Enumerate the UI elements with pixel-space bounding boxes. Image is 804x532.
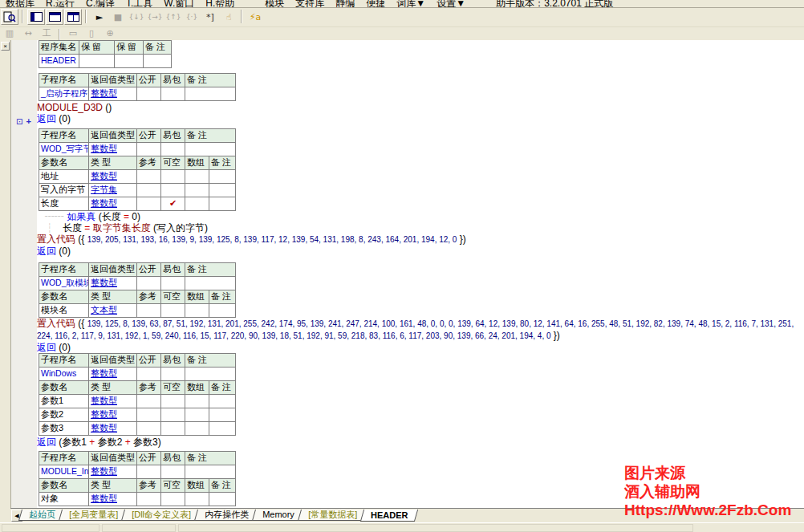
table-cell[interactable] [161, 422, 185, 436]
run-button[interactable]: ► [91, 9, 108, 25]
table-cell[interactable] [185, 184, 209, 197]
menu-item[interactable]: 便捷 [360, 0, 391, 8]
table-cell[interactable]: 对象 [39, 493, 89, 506]
table-cell[interactable]: 整数型 [89, 87, 137, 101]
table-cell[interactable]: 参数3 [39, 422, 89, 436]
code-line[interactable]: 置入代码 ({ 139, 205, 131, 193, 16, 139, 9, … [37, 234, 802, 246]
code-editor[interactable]: ⊡+ 程序集名保 留保 留备 注HEADER子程序名返回值类型公开易包备 注_启… [11, 40, 804, 508]
table-cell[interactable] [185, 277, 236, 290]
table-cell[interactable] [209, 184, 236, 197]
table-cell[interactable] [161, 143, 185, 156]
table-cell[interactable]: 整数型 [89, 422, 137, 436]
menu-item[interactable]: 数据库 [0, 0, 40, 8]
table-cell[interactable]: 参数1 [39, 395, 89, 408]
table-cell[interactable] [161, 465, 185, 479]
tab-Memory[interactable]: Memory [252, 510, 305, 521]
code-line[interactable]: 返回 (0) [37, 113, 802, 124]
table-cell[interactable]: 整数型 [89, 493, 137, 506]
table-cell[interactable]: 整数型 [89, 395, 137, 408]
table-cell[interactable] [161, 277, 185, 290]
table-cell[interactable] [79, 55, 115, 68]
menu-item[interactable]: W.窗口 [158, 0, 200, 8]
table-cell[interactable]: HEADER [39, 55, 79, 68]
menu-item[interactable]: C.编译 [80, 0, 120, 8]
pause-hand-button[interactable]: ☝ [220, 9, 238, 25]
menu-item[interactable]: R.运行 [40, 0, 80, 8]
table-cell[interactable]: 整数型 [89, 143, 137, 156]
table-cell[interactable] [161, 87, 185, 101]
table-cell[interactable]: 整数型 [89, 197, 137, 211]
table-cell[interactable]: 整数型 [89, 408, 137, 422]
table-cell[interactable] [137, 170, 161, 184]
table-cell[interactable] [185, 143, 236, 156]
table-cell[interactable] [137, 368, 161, 381]
table-cell[interactable] [161, 304, 185, 318]
table-cell[interactable]: 整数型 [89, 465, 137, 479]
table-cell[interactable]: 整数型 [89, 368, 137, 381]
table-cell[interactable] [185, 197, 209, 211]
code-line[interactable]: ┆ 长度 = 取字节集长度 (写入的字节) [37, 222, 802, 234]
menu-item[interactable]: 助手版本：3.2.0701 正式版 [490, 0, 619, 8]
layout-split-button[interactable] [64, 9, 82, 25]
table-cell[interactable] [161, 368, 185, 381]
table-cell[interactable] [161, 170, 185, 184]
table-cell[interactable] [209, 170, 236, 184]
fold-marker-icon[interactable]: ⊡+ [16, 116, 31, 126]
table-cell[interactable] [209, 304, 236, 318]
table-cell[interactable] [185, 170, 209, 184]
table-cell[interactable] [209, 408, 236, 422]
table-cell[interactable]: 长度 [39, 197, 89, 211]
exit-debug-button[interactable]: *] [201, 9, 219, 25]
code-line[interactable]: 返回 (0) [37, 342, 802, 353]
table-cell[interactable] [161, 395, 185, 408]
table-cell[interactable]: 写入的字节 [39, 184, 89, 197]
table-cell[interactable] [185, 493, 209, 506]
tab-内存操作类[interactable]: 内存操作类 [194, 510, 259, 521]
table-cell[interactable]: 地址 [39, 170, 89, 184]
table-cell[interactable] [185, 368, 236, 381]
table-cell[interactable] [185, 87, 236, 101]
table-cell[interactable] [137, 277, 161, 290]
menu-item[interactable]: H.帮助 [200, 0, 240, 8]
table-cell[interactable]: 模块名 [39, 304, 89, 318]
table-cell[interactable] [144, 55, 172, 68]
table-cell[interactable] [137, 304, 161, 318]
menu-item[interactable]: 词库▼ [391, 0, 431, 8]
table-cell[interactable] [185, 395, 209, 408]
layout-vertical-button[interactable] [27, 9, 45, 25]
tab-全局变量表[interactable]: [全局变量表] [59, 510, 128, 521]
table-cell[interactable]: _启动子程序 [39, 87, 89, 101]
table-cell[interactable] [115, 55, 144, 68]
table-cell[interactable]: 参数2 [39, 408, 89, 422]
menu-item[interactable]: 设置▼ [431, 0, 471, 8]
table-cell[interactable]: 整数型 [89, 277, 137, 290]
table-cell[interactable]: WOD_写字节 [39, 143, 89, 156]
table-cell[interactable]: 整数型 [89, 170, 137, 184]
tab-常量数据表[interactable]: [常量数据表] [298, 510, 367, 521]
input-assist-button[interactable]: ⚡a [246, 9, 264, 25]
table-cell[interactable] [209, 395, 236, 408]
tab-HEADER[interactable]: HEADER [360, 510, 419, 522]
code-line[interactable]: 返回 (0) [37, 246, 802, 257]
table-cell[interactable] [185, 422, 209, 436]
code-line[interactable]: MODULE_D3D () [37, 102, 802, 113]
table-cell[interactable] [185, 408, 209, 422]
table-cell[interactable] [185, 465, 236, 479]
menu-item[interactable]: 支持库 [290, 0, 330, 8]
code-line[interactable]: 返回 (参数1 + 参数2 + 参数3) [37, 437, 802, 448]
table-cell[interactable] [209, 422, 236, 436]
menu-item[interactable]: T.工具 [120, 0, 158, 8]
table-cell[interactable] [185, 304, 209, 318]
table-cell[interactable] [209, 197, 236, 211]
table-cell[interactable] [137, 408, 161, 422]
table-cell[interactable] [161, 493, 185, 506]
table-cell[interactable] [161, 184, 185, 197]
table-cell[interactable]: 字节集 [89, 184, 137, 197]
menu-item[interactable]: 模块 [259, 0, 290, 8]
table-cell[interactable] [137, 197, 161, 211]
view-find-button[interactable] [1, 9, 18, 25]
code-line[interactable]: ┄┄ 如果真 (长度 = 0) [37, 211, 802, 222]
table-cell[interactable] [137, 422, 161, 436]
layout-horizontal-button[interactable] [46, 9, 63, 25]
table-cell[interactable] [137, 143, 161, 156]
